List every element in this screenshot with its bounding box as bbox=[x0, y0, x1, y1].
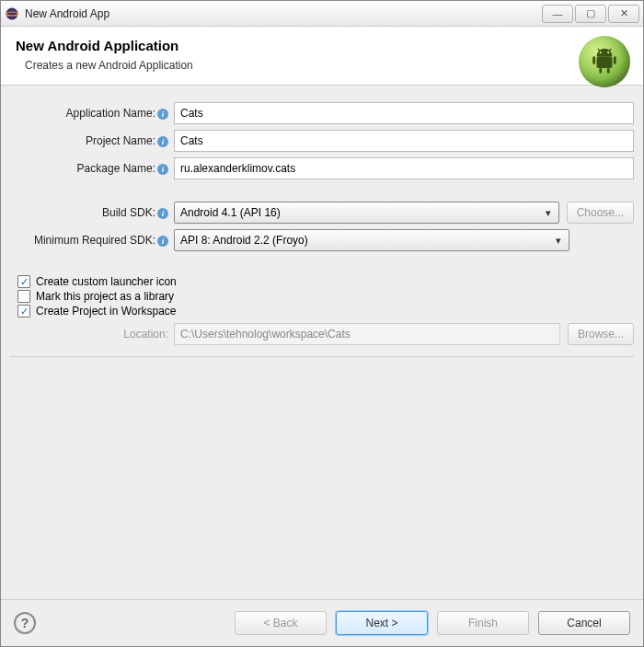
svg-rect-3 bbox=[592, 56, 595, 64]
minimize-button[interactable]: — bbox=[542, 5, 573, 23]
svg-rect-5 bbox=[599, 68, 602, 74]
banner-subtitle: Creates a new Android Application bbox=[25, 59, 628, 72]
choose-button[interactable]: Choose... bbox=[567, 202, 634, 224]
titlebar: New Android App — ▢ ✕ bbox=[1, 1, 643, 27]
eclipse-icon bbox=[5, 6, 19, 21]
maximize-button[interactable]: ▢ bbox=[575, 5, 606, 23]
svg-point-7 bbox=[600, 52, 602, 53]
package-name-input[interactable] bbox=[174, 157, 634, 179]
row-min-sdk: Minimum Required SDK:i API 8: Android 2.… bbox=[10, 229, 634, 251]
label-location: Location: bbox=[10, 328, 174, 341]
checkbox-icon[interactable] bbox=[17, 275, 30, 288]
label-application-name: Application Name:i bbox=[10, 107, 174, 120]
checkbox-icon[interactable] bbox=[17, 290, 30, 303]
row-package-name: Package Name:i bbox=[10, 157, 634, 179]
divider bbox=[10, 356, 634, 357]
label-package-name: Package Name:i bbox=[10, 162, 174, 175]
info-icon[interactable]: i bbox=[157, 136, 168, 147]
wizard-footer: ? < Back Next > Finish Cancel bbox=[1, 599, 643, 646]
label-build-sdk: Build SDK:i bbox=[10, 206, 174, 219]
checkbox-label: Create Project in Workspace bbox=[36, 305, 177, 318]
cancel-button[interactable]: Cancel bbox=[538, 611, 630, 635]
info-icon[interactable]: i bbox=[157, 236, 168, 247]
row-project-name: Project Name:i bbox=[10, 130, 634, 152]
row-build-sdk: Build SDK:i Android 4.1 (API 16) Choose.… bbox=[10, 202, 634, 224]
checkbox-project-in-workspace[interactable]: Create Project in Workspace bbox=[17, 305, 634, 318]
browse-button[interactable]: Browse... bbox=[568, 323, 634, 345]
svg-point-0 bbox=[6, 7, 18, 19]
application-name-input[interactable] bbox=[174, 102, 634, 124]
svg-rect-2 bbox=[597, 56, 613, 68]
svg-rect-4 bbox=[614, 56, 616, 64]
svg-rect-6 bbox=[607, 68, 610, 74]
finish-button[interactable]: Finish bbox=[437, 611, 529, 635]
android-icon bbox=[579, 36, 630, 87]
info-icon[interactable]: i bbox=[157, 109, 168, 120]
min-sdk-select[interactable]: API 8: Android 2.2 (Froyo) bbox=[174, 229, 569, 251]
label-project-name: Project Name:i bbox=[10, 134, 174, 147]
svg-line-9 bbox=[598, 49, 600, 52]
window-controls: — ▢ ✕ bbox=[540, 5, 639, 23]
banner-heading: New Android Application bbox=[16, 38, 628, 53]
info-icon[interactable]: i bbox=[157, 164, 168, 175]
checkbox-label: Create custom launcher icon bbox=[36, 275, 177, 288]
close-button[interactable]: ✕ bbox=[608, 5, 639, 23]
checkbox-launcher-icon[interactable]: Create custom launcher icon bbox=[17, 275, 634, 288]
svg-line-10 bbox=[609, 49, 611, 52]
row-location: Location: Browse... bbox=[10, 323, 634, 345]
location-input bbox=[174, 323, 560, 345]
checkbox-mark-library[interactable]: Mark this project as a library bbox=[17, 290, 634, 303]
help-button[interactable]: ? bbox=[14, 612, 36, 634]
checkbox-icon[interactable] bbox=[17, 305, 30, 318]
row-application-name: Application Name:i bbox=[10, 102, 634, 124]
dialog-window: New Android App — ▢ ✕ New Android Applic… bbox=[0, 0, 644, 647]
checkbox-label: Mark this project as a library bbox=[36, 290, 174, 303]
project-name-input[interactable] bbox=[174, 130, 634, 152]
info-icon[interactable]: i bbox=[157, 208, 168, 219]
window-title: New Android App bbox=[25, 7, 540, 20]
back-button[interactable]: < Back bbox=[235, 611, 327, 635]
wizard-content: Application Name:i Project Name:i Packag… bbox=[1, 86, 643, 599]
build-sdk-select[interactable]: Android 4.1 (API 16) bbox=[174, 202, 559, 224]
label-min-sdk: Minimum Required SDK:i bbox=[10, 234, 174, 247]
wizard-banner: New Android Application Creates a new An… bbox=[1, 27, 643, 86]
next-button[interactable]: Next > bbox=[336, 611, 428, 635]
svg-point-8 bbox=[607, 52, 609, 53]
